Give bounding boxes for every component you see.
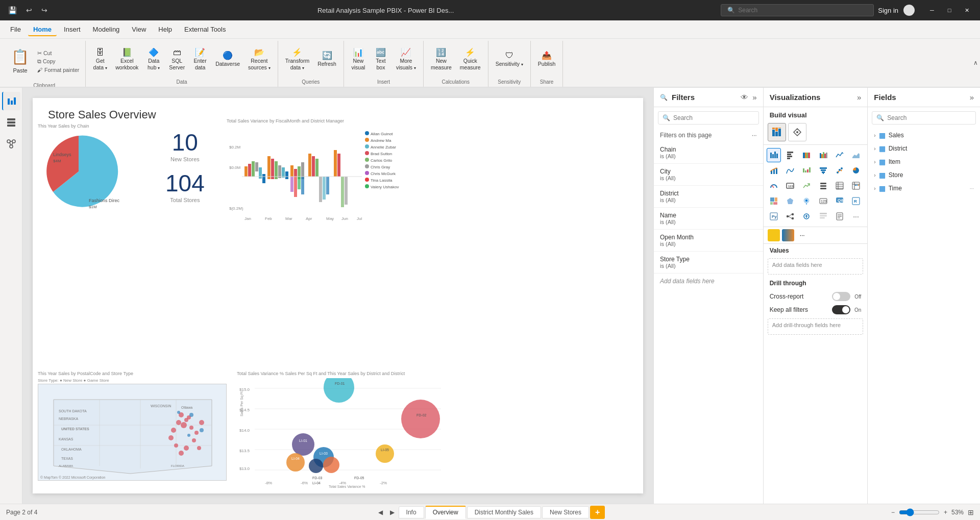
tab-overview[interactable]: Overview xyxy=(425,506,466,519)
palette-gradient[interactable] xyxy=(782,229,794,241)
enter-data-button[interactable]: 📝 Enterdata xyxy=(190,46,210,72)
filter-item-name[interactable]: Name is (All) xyxy=(654,208,763,230)
viz-card[interactable]: 123 xyxy=(783,179,797,193)
field-group-store[interactable]: › ▦ Store xyxy=(868,168,980,182)
viz-pie[interactable] xyxy=(849,163,863,178)
viz-kpi[interactable] xyxy=(799,179,814,193)
menu-help[interactable]: Help xyxy=(153,22,177,36)
copy-button[interactable]: ⧉ Copy xyxy=(35,58,81,65)
filters-search-box[interactable]: 🔍 xyxy=(658,111,759,125)
nav-model-button[interactable] xyxy=(2,135,20,153)
global-search-input[interactable] xyxy=(738,7,867,14)
viz-python[interactable]: Py xyxy=(767,209,781,224)
palette-more[interactable]: ··· xyxy=(796,229,808,241)
add-page-button[interactable]: + xyxy=(590,506,605,519)
viz-paginated[interactable] xyxy=(832,209,847,224)
menu-file[interactable]: File xyxy=(5,22,26,36)
viz-stacked-bar[interactable] xyxy=(799,148,814,162)
global-search-box[interactable]: 🔍 xyxy=(721,4,874,16)
tab-prev-button[interactable]: ◀ xyxy=(375,508,386,517)
bar-chart[interactable]: Total Sales Variance by FiscalMonth and … xyxy=(227,118,643,236)
viz-expand-icon[interactable]: » xyxy=(857,93,861,102)
filter-item-district[interactable]: District is (All) xyxy=(654,186,763,208)
viz-bar-chart[interactable] xyxy=(767,148,781,162)
filter-item-city[interactable]: City is (All) xyxy=(654,164,763,186)
data-hub-button[interactable]: 🔷 Datahub ▾ xyxy=(143,46,164,72)
viz-column-chart[interactable] xyxy=(783,148,797,162)
cross-report-toggle-control[interactable] xyxy=(832,292,850,301)
menu-view[interactable]: View xyxy=(127,22,151,36)
viz-matrix[interactable] xyxy=(849,179,863,193)
recent-sources-button[interactable]: 📂 Recentsources ▾ xyxy=(245,46,274,72)
transform-data-button[interactable]: ⚡ Transformdata ▾ xyxy=(282,46,312,72)
viz-ribbon-chart[interactable] xyxy=(783,163,797,178)
text-box-button[interactable]: 🔤 Textbox xyxy=(371,46,391,72)
viz-narrative[interactable] xyxy=(816,209,830,224)
sign-in-label[interactable]: Sign in xyxy=(878,7,898,14)
viz-build-tab[interactable] xyxy=(768,123,786,141)
time-more-icon[interactable]: ··· xyxy=(970,186,974,191)
new-measure-button[interactable]: 🔢 Newmeasure xyxy=(428,46,455,72)
viz-r-visual[interactable]: R xyxy=(849,194,863,208)
zoom-slider[interactable] xyxy=(899,508,940,516)
zoom-plus-button[interactable]: + xyxy=(944,509,947,516)
viz-funnel[interactable] xyxy=(816,163,830,178)
minimize-button[interactable]: ─ xyxy=(924,2,940,18)
viz-gauge[interactable] xyxy=(767,179,781,193)
filter-item-store-type[interactable]: Store Type is (All) xyxy=(654,252,763,274)
viz-qna[interactable]: Q&A xyxy=(832,194,847,208)
zoom-minus-button[interactable]: − xyxy=(891,509,895,516)
paste-button[interactable]: 📋 Paste xyxy=(7,41,33,82)
drill-through-drop-zone[interactable]: Add drill-through fields here xyxy=(768,318,864,335)
keep-filters-toggle[interactable]: On xyxy=(832,305,861,314)
undo-icon[interactable]: ↩ xyxy=(23,4,35,16)
values-drop-zone[interactable]: Add data fields here xyxy=(768,258,864,275)
excel-workbook-button[interactable]: 📗 Excelworkbook xyxy=(112,46,141,72)
quick-measure-button[interactable]: ⚡ Quickmeasure xyxy=(457,46,484,72)
viz-more[interactable]: ··· xyxy=(849,209,863,224)
field-group-item[interactable]: › ▦ Item xyxy=(868,155,980,168)
viz-decomp-tree[interactable] xyxy=(783,209,797,224)
format-painter-button[interactable]: 🖌 Format painter xyxy=(35,66,81,73)
viz-line-chart[interactable] xyxy=(832,148,847,162)
filter-item-chain[interactable]: Chain is (All) xyxy=(654,142,763,164)
viz-slicer[interactable] xyxy=(816,179,830,193)
get-data-button[interactable]: 🗄 Getdata ▾ xyxy=(90,46,110,72)
fields-search-input[interactable] xyxy=(887,114,971,121)
redo-icon[interactable]: ↪ xyxy=(38,4,51,16)
filters-more-icon[interactable]: ··· xyxy=(752,132,757,139)
map-visual[interactable]: SOUTH DAKOTA NEBRASKA UNITED STATES KANS… xyxy=(38,384,227,481)
sensitivity-button[interactable]: 🛡 Sensitivity ▾ xyxy=(493,49,526,69)
viz-format-tab[interactable] xyxy=(788,123,806,141)
palette-yellow[interactable] xyxy=(768,229,780,241)
tab-new-stores[interactable]: New Stores xyxy=(542,506,589,518)
viz-line-column[interactable] xyxy=(767,163,781,178)
fit-page-button[interactable]: ⊞ xyxy=(968,508,974,516)
viz-azure-map[interactable] xyxy=(799,194,814,208)
filters-search-input[interactable] xyxy=(673,114,754,121)
maximize-button[interactable]: □ xyxy=(941,2,958,18)
tab-next-button[interactable]: ▶ xyxy=(387,508,398,517)
menu-external-tools[interactable]: External Tools xyxy=(179,22,231,36)
more-visuals-button[interactable]: 📈 Morevisuals ▾ xyxy=(393,46,419,72)
cut-button[interactable]: ✂ Cut xyxy=(35,49,81,57)
filter-item-open-month[interactable]: Open Month is (All) xyxy=(654,230,763,252)
nav-data-button[interactable] xyxy=(2,113,20,132)
field-group-district[interactable]: › ▦ District xyxy=(868,142,980,155)
menu-home[interactable]: Home xyxy=(28,22,57,36)
menu-insert[interactable]: Insert xyxy=(59,22,86,36)
tab-district-monthly[interactable]: District Monthly Sales xyxy=(467,506,541,518)
refresh-button[interactable]: 🔄 Refresh xyxy=(314,49,339,69)
viz-table[interactable] xyxy=(832,179,847,193)
viz-100-stacked[interactable] xyxy=(816,148,830,162)
fields-expand-icon[interactable]: » xyxy=(970,93,974,102)
viz-treemap[interactable] xyxy=(767,194,781,208)
nav-report-button[interactable] xyxy=(2,92,20,110)
cross-report-toggle[interactable]: Off xyxy=(832,292,861,301)
viz-num-card[interactable]: 123 xyxy=(816,194,830,208)
scatter-chart[interactable]: Total Sales Variance % Sales Per Sq Ft a… xyxy=(237,371,643,488)
viz-waterfall[interactable] xyxy=(799,163,814,178)
pie-chart[interactable]: This Year Sales by Chain Lindseys $4M Fa… xyxy=(38,123,150,226)
viz-key-influencers[interactable] xyxy=(799,209,814,224)
dataverse-button[interactable]: 🔵 Dataverse xyxy=(212,49,243,69)
